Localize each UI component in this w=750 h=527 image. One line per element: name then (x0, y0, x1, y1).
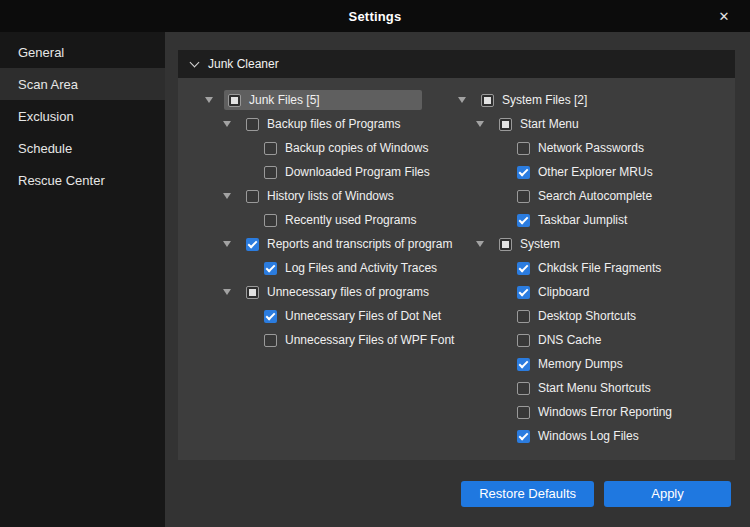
checkbox-checked[interactable] (517, 262, 530, 275)
expander-down-icon[interactable] (458, 97, 466, 103)
tree-item-body[interactable]: Backup copies of Windows (260, 138, 434, 158)
sidebar-item-exclusion[interactable]: Exclusion (0, 100, 165, 132)
sidebar-item-label: Exclusion (18, 109, 74, 124)
tree-item: Downloaded Program Files (190, 160, 443, 184)
checkbox-partial[interactable] (499, 118, 512, 131)
checkbox-partial[interactable] (481, 94, 494, 107)
checkbox-checked[interactable] (246, 238, 259, 251)
tree-item-body[interactable]: System (495, 234, 566, 254)
sidebar-item-label: Rescue Center (18, 173, 105, 188)
tree-item-body[interactable]: Other Explorer MRUs (513, 162, 659, 182)
checkbox-unchecked[interactable] (246, 118, 259, 131)
tree-item-body[interactable]: System Files [2] (477, 90, 593, 110)
tree-item-body[interactable]: Network Passwords (513, 138, 650, 158)
tree-item-body[interactable]: Recently used Programs (260, 210, 422, 230)
checkbox-partial[interactable] (228, 94, 241, 107)
checkbox-unchecked[interactable] (517, 382, 530, 395)
checkbox-checked[interactable] (517, 166, 530, 179)
checkbox-checked[interactable] (517, 286, 530, 299)
expander-down-icon[interactable] (223, 289, 231, 295)
tree-item-body[interactable]: Desktop Shortcuts (513, 306, 642, 326)
tree-item: Search Autocomplete (443, 184, 723, 208)
expander-down-icon[interactable] (223, 241, 231, 247)
tree-item-body[interactable]: Windows Log Files (513, 426, 645, 446)
sidebar-item-schedule[interactable]: Schedule (0, 132, 165, 164)
apply-button[interactable]: Apply (604, 481, 731, 507)
scan-area-tree: Junk Files [5]Backup files of ProgramsBa… (178, 78, 735, 460)
sidebar-item-label: Scan Area (18, 77, 78, 92)
close-icon[interactable]: ✕ (708, 0, 740, 32)
checkbox-unchecked[interactable] (517, 190, 530, 203)
expander-down-icon[interactable] (476, 121, 484, 127)
tree-item-body[interactable]: Unnecessary files of programs (242, 282, 435, 302)
tree-item-body[interactable]: Reports and transcripts of program (242, 234, 458, 254)
tree-item: Other Explorer MRUs (443, 160, 723, 184)
tree-item-body[interactable]: Junk Files [5] (224, 90, 422, 110)
tree-item-body[interactable]: History lists of Windows (242, 186, 400, 206)
expander-slot (202, 97, 216, 103)
checkbox-unchecked[interactable] (264, 334, 277, 347)
checkbox-unchecked[interactable] (264, 166, 277, 179)
junk-cleaner-panel: Junk Cleaner Junk Files [5]Backup files … (178, 50, 735, 460)
window-body: GeneralScan AreaExclusionScheduleRescue … (0, 32, 750, 527)
tree-item-body[interactable]: Backup files of Programs (242, 114, 406, 134)
tree-item: Unnecessary Files of Dot Net (190, 304, 443, 328)
tree-item: Start Menu Shortcuts (443, 376, 723, 400)
checkbox-unchecked[interactable] (246, 190, 259, 203)
junk-cleaner-section-header[interactable]: Junk Cleaner (178, 50, 735, 78)
checkbox-unchecked[interactable] (517, 142, 530, 155)
expander-down-icon[interactable] (223, 193, 231, 199)
checkbox-unchecked[interactable] (264, 214, 277, 227)
tree-item-body[interactable]: Search Autocomplete (513, 186, 658, 206)
tree-item-body[interactable]: Unnecessary Files of Dot Net (260, 306, 447, 326)
checkbox-unchecked[interactable] (517, 310, 530, 323)
tree-item-body[interactable]: Chkdsk File Fragments (513, 258, 667, 278)
checkbox-unchecked[interactable] (264, 142, 277, 155)
sidebar-item-label: Schedule (18, 141, 72, 156)
sidebar-item-general[interactable]: General (0, 36, 165, 68)
settings-window: Settings ✕ GeneralScan AreaExclusionSche… (0, 0, 750, 527)
tree-item-body[interactable]: Log Files and Activity Traces (260, 258, 443, 278)
tree-item-body[interactable]: Clipboard (513, 282, 595, 302)
tree-item: Junk Files [5] (190, 88, 443, 112)
tree-item-label: Windows Error Reporting (538, 405, 672, 419)
tree-item-body[interactable]: Downloaded Program Files (260, 162, 436, 182)
tree-item-body[interactable]: DNS Cache (513, 330, 607, 350)
tree-item-body[interactable]: Memory Dumps (513, 354, 629, 374)
checkbox-checked[interactable] (517, 358, 530, 371)
tree-item: Recently used Programs (190, 208, 443, 232)
restore-defaults-button[interactable]: Restore Defaults (461, 481, 594, 507)
tree-item-label: History lists of Windows (267, 189, 394, 203)
tree-item-body[interactable]: Unnecessary Files of WPF Font (260, 330, 460, 350)
tree-item-body[interactable]: Taskbar Jumplist (513, 210, 633, 230)
expander-slot (220, 121, 234, 127)
tree-item-label: Downloaded Program Files (285, 165, 430, 179)
checkbox-partial[interactable] (499, 238, 512, 251)
tree-item: Unnecessary Files of WPF Font (190, 328, 443, 352)
tree-item: Backup copies of Windows (190, 136, 443, 160)
checkbox-checked[interactable] (264, 310, 277, 323)
tree-item: Taskbar Jumplist (443, 208, 723, 232)
tree-item-body[interactable]: Start Menu (495, 114, 585, 134)
expander-down-icon[interactable] (476, 241, 484, 247)
checkbox-partial[interactable] (246, 286, 259, 299)
expander-slot (220, 289, 234, 295)
tree-item-body[interactable]: Windows Error Reporting (513, 402, 678, 422)
tree-item-label: Other Explorer MRUs (538, 165, 653, 179)
checkbox-unchecked[interactable] (517, 406, 530, 419)
checkbox-checked[interactable] (517, 214, 530, 227)
panel-title: Junk Cleaner (208, 57, 279, 71)
checkbox-unchecked[interactable] (517, 334, 530, 347)
tree-column-left: Junk Files [5]Backup files of ProgramsBa… (190, 88, 443, 460)
expander-down-icon[interactable] (205, 97, 213, 103)
sidebar-item-scan-area[interactable]: Scan Area (0, 68, 165, 100)
sidebar-item-rescue-center[interactable]: Rescue Center (0, 164, 165, 196)
tree-item: Windows Error Reporting (443, 400, 723, 424)
tree-item-body[interactable]: Start Menu Shortcuts (513, 378, 657, 398)
sidebar-item-label: General (18, 45, 64, 60)
expander-down-icon[interactable] (223, 121, 231, 127)
checkbox-checked[interactable] (264, 262, 277, 275)
checkbox-checked[interactable] (517, 430, 530, 443)
tree-item-label: Windows Log Files (538, 429, 639, 443)
tree-item: DNS Cache (443, 328, 723, 352)
